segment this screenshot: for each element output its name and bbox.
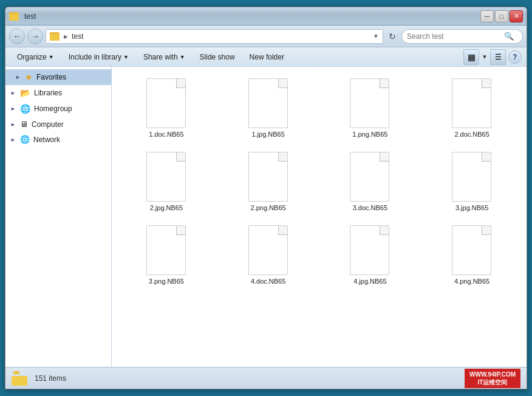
file-page xyxy=(452,225,491,275)
toolbar: Organize ▼ Include in library ▼ Share wi… xyxy=(5,47,527,67)
homegroup-icon: 🌐 xyxy=(20,104,30,114)
search-icon[interactable]: 🔍 xyxy=(504,32,514,41)
sidebar-item-computer[interactable]: ► 🖥 Computer xyxy=(5,117,111,132)
file-item[interactable]: 1.png.NB65 xyxy=(321,72,420,143)
file-item[interactable]: 4.doc.NB65 xyxy=(219,219,318,290)
file-icon xyxy=(349,77,391,128)
path-text: test xyxy=(72,32,83,41)
file-label: 2.png.NB65 xyxy=(251,204,286,211)
forward-button[interactable]: → xyxy=(27,29,43,44)
favorites-icon: ★ xyxy=(25,72,33,82)
sidebar-label-computer: Computer xyxy=(32,120,64,129)
back-button[interactable]: ← xyxy=(9,29,25,44)
sidebar-label-homegroup: Homegroup xyxy=(34,104,72,113)
title-bar: test ─ □ ✕ xyxy=(5,7,527,26)
main-content: ► ★ Favorites ► 📂 Libraries ► 🌐 Homegrou… xyxy=(5,67,527,367)
sidebar: ► ★ Favorites ► 📂 Libraries ► 🌐 Homegrou… xyxy=(5,67,112,367)
file-label: 3.doc.NB65 xyxy=(353,204,387,211)
file-page xyxy=(452,78,491,128)
view-tiles-button[interactable]: ▦ xyxy=(463,49,479,65)
path-arrow: ► xyxy=(63,33,69,40)
slideshow-button[interactable]: Slide show xyxy=(193,49,242,65)
file-page xyxy=(146,78,186,128)
file-icon xyxy=(349,150,391,202)
file-item[interactable]: 2.doc.NB65 xyxy=(422,72,522,143)
file-label: 1.png.NB65 xyxy=(352,131,387,138)
watermark-line1: WWW.94IP.COM xyxy=(469,370,516,378)
title-folder-icon xyxy=(9,12,19,21)
sidebar-label-network: Network xyxy=(33,135,60,144)
sidebar-item-favorites[interactable]: ► ★ Favorites xyxy=(5,69,111,85)
file-item[interactable]: 1.doc.NB65 xyxy=(117,72,216,143)
refresh-button[interactable]: ↻ xyxy=(386,30,399,43)
file-item[interactable]: 4.png.NB65 xyxy=(422,219,522,290)
help-button[interactable]: ? xyxy=(508,50,522,64)
maximize-button[interactable]: □ xyxy=(495,10,508,22)
file-page xyxy=(350,152,389,202)
new-folder-button[interactable]: New folder xyxy=(243,49,291,65)
include-library-button[interactable]: Include in library ▼ xyxy=(62,49,135,65)
organize-dropdown-icon: ▼ xyxy=(49,54,54,60)
status-folder-icon xyxy=(12,371,29,386)
file-page xyxy=(248,78,288,128)
search-box[interactable]: 🔍 xyxy=(401,29,523,44)
file-label: 3.png.NB65 xyxy=(149,278,184,285)
status-bar: 151 items WWW.94IP.COM IT运维空间 xyxy=(5,367,527,389)
view-details-button[interactable]: ☰ xyxy=(490,49,506,65)
path-folder-icon xyxy=(50,32,60,41)
expand-arrow-homegroup: ► xyxy=(10,106,16,112)
file-item[interactable]: 3.png.NB65 xyxy=(117,219,216,290)
file-item[interactable]: 1.jpg.NB65 xyxy=(219,72,318,143)
network-icon: 🌐 xyxy=(20,135,30,144)
sidebar-item-network[interactable]: ► 🌐 Network xyxy=(5,132,111,147)
file-page xyxy=(350,225,389,275)
file-icon xyxy=(145,77,188,128)
file-icon xyxy=(349,224,391,275)
file-page xyxy=(146,225,186,275)
minimize-button[interactable]: ─ xyxy=(480,10,494,22)
window-controls: ─ □ ✕ xyxy=(480,10,523,22)
toolbar-right: ▦ ▼ ☰ ? xyxy=(463,49,522,65)
file-icon xyxy=(451,77,493,128)
file-item[interactable]: 3.doc.NB65 xyxy=(321,145,420,216)
file-page xyxy=(248,152,288,202)
expand-arrow-libraries: ► xyxy=(10,90,16,96)
libraries-icon: 📂 xyxy=(20,88,30,98)
file-page xyxy=(146,152,186,202)
file-label: 2.jpg.NB65 xyxy=(150,204,183,211)
window-title: test xyxy=(24,12,36,21)
file-item[interactable]: 4.jpg.NB65 xyxy=(321,219,420,290)
expand-arrow-computer: ► xyxy=(10,121,16,128)
sidebar-item-libraries[interactable]: ► 📂 Libraries xyxy=(5,85,111,101)
file-icon xyxy=(451,150,493,202)
search-input[interactable] xyxy=(407,32,504,41)
files-grid: 1.doc.NB65 1.jpg.NB65 1.png.NB65 2.doc.N… xyxy=(117,72,522,290)
include-dropdown-icon: ▼ xyxy=(123,54,129,60)
file-item[interactable]: 2.png.NB65 xyxy=(219,145,318,216)
share-with-button[interactable]: Share with ▼ xyxy=(137,49,192,65)
expand-arrow-favorites: ► xyxy=(15,74,21,80)
status-item-count: 151 items xyxy=(35,374,66,383)
expand-arrow-network: ► xyxy=(10,137,16,143)
path-dropdown[interactable]: ▼ xyxy=(373,33,379,39)
address-bar: ← → ► test ▼ ↻ 🔍 xyxy=(5,26,527,47)
sidebar-label-libraries: Libraries xyxy=(34,89,62,97)
view-dropdown-icon[interactable]: ▼ xyxy=(482,53,488,60)
file-item[interactable]: 2.jpg.NB65 xyxy=(117,145,216,216)
close-button[interactable]: ✕ xyxy=(510,10,523,22)
address-path[interactable]: ► test ▼ xyxy=(46,29,383,44)
file-page xyxy=(452,152,491,202)
file-label: 4.jpg.NB65 xyxy=(353,278,386,285)
file-icon xyxy=(247,150,290,202)
watermark-line2: IT运维空间 xyxy=(469,378,516,386)
sidebar-item-homegroup[interactable]: ► 🌐 Homegroup xyxy=(5,101,111,117)
watermark: WWW.94IP.COM IT运维空间 xyxy=(465,369,520,388)
file-icon xyxy=(247,77,290,128)
content-area[interactable]: 1.doc.NB65 1.jpg.NB65 1.png.NB65 2.doc.N… xyxy=(112,67,527,367)
file-item[interactable]: 3.jpg.NB65 xyxy=(422,145,522,216)
file-label: 4.doc.NB65 xyxy=(251,278,285,285)
computer-icon: 🖥 xyxy=(20,120,28,129)
organize-button[interactable]: Organize ▼ xyxy=(10,49,61,65)
share-dropdown-icon: ▼ xyxy=(180,54,185,60)
file-icon xyxy=(247,224,290,275)
